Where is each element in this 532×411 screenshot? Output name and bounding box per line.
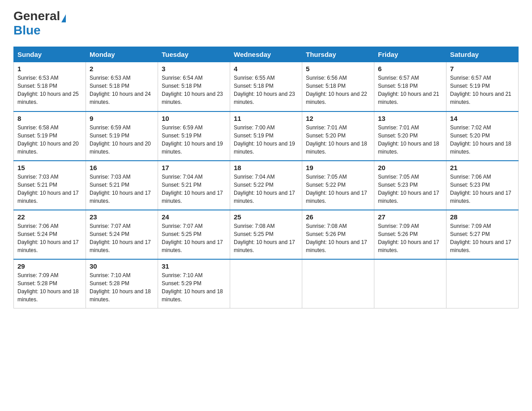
day-number: 9 — [90, 115, 154, 122]
day-number: 7 — [450, 65, 515, 73]
day-info: Sunrise: 6:58 AMSunset: 5:19 PMDaylight:… — [17, 124, 79, 155]
table-row: 15 Sunrise: 7:03 AMSunset: 5:21 PMDaylig… — [14, 161, 86, 210]
table-row: 1 Sunrise: 6:53 AMSunset: 5:18 PMDayligh… — [14, 62, 86, 111]
day-info: Sunrise: 7:07 AMSunset: 5:24 PMDaylight:… — [90, 223, 151, 253]
day-info: Sunrise: 7:01 AMSunset: 5:20 PMDaylight:… — [306, 124, 367, 155]
day-number: 15 — [17, 164, 82, 171]
col-saturday: Saturday — [446, 47, 519, 62]
col-monday: Monday — [86, 47, 158, 62]
calendar-week-row: 22 Sunrise: 7:06 AMSunset: 5:24 PMDaylig… — [14, 210, 519, 259]
calendar-week-row: 15 Sunrise: 7:03 AMSunset: 5:21 PMDaylig… — [14, 161, 519, 210]
calendar-week-row: 29 Sunrise: 7:09 AMSunset: 5:28 PMDaylig… — [14, 259, 519, 308]
table-row: 18 Sunrise: 7:04 AMSunset: 5:22 PMDaylig… — [230, 161, 302, 210]
day-number: 29 — [17, 262, 82, 270]
table-row: 20 Sunrise: 7:05 AMSunset: 5:23 PMDaylig… — [374, 161, 446, 210]
table-row: 25 Sunrise: 7:08 AMSunset: 5:25 PMDaylig… — [230, 210, 302, 259]
col-tuesday: Tuesday — [158, 47, 230, 62]
table-row: 24 Sunrise: 7:07 AMSunset: 5:25 PMDaylig… — [158, 210, 230, 259]
day-number: 11 — [234, 115, 298, 122]
day-number: 26 — [306, 213, 370, 221]
day-number: 19 — [306, 164, 370, 171]
calendar-table: Sunday Monday Tuesday Wednesday Thursday… — [13, 47, 519, 308]
day-info: Sunrise: 7:04 AMSunset: 5:21 PMDaylight:… — [162, 174, 223, 204]
table-row — [446, 259, 519, 308]
day-number: 27 — [378, 213, 442, 221]
table-row: 16 Sunrise: 7:03 AMSunset: 5:21 PMDaylig… — [86, 161, 158, 210]
day-info: Sunrise: 7:00 AMSunset: 5:19 PMDaylight:… — [234, 124, 295, 155]
day-number: 28 — [450, 213, 515, 221]
day-info: Sunrise: 7:08 AMSunset: 5:25 PMDaylight:… — [234, 223, 295, 253]
col-sunday: Sunday — [14, 47, 86, 62]
day-info: Sunrise: 6:54 AMSunset: 5:18 PMDaylight:… — [162, 75, 223, 105]
day-number: 3 — [162, 65, 226, 73]
table-row: 22 Sunrise: 7:06 AMSunset: 5:24 PMDaylig… — [14, 210, 86, 259]
col-wednesday: Wednesday — [230, 47, 302, 62]
day-info: Sunrise: 6:56 AMSunset: 5:18 PMDaylight:… — [306, 75, 367, 105]
table-row: 4 Sunrise: 6:55 AMSunset: 5:18 PMDayligh… — [230, 62, 302, 111]
day-info: Sunrise: 6:57 AMSunset: 5:19 PMDaylight:… — [450, 75, 511, 105]
table-row: 8 Sunrise: 6:58 AMSunset: 5:19 PMDayligh… — [14, 111, 86, 161]
logo-triangle-icon — [61, 14, 66, 22]
day-number: 14 — [450, 115, 515, 122]
table-row: 11 Sunrise: 7:00 AMSunset: 5:19 PMDaylig… — [230, 111, 302, 161]
day-info: Sunrise: 7:10 AMSunset: 5:28 PMDaylight:… — [90, 272, 151, 303]
table-row — [230, 259, 302, 308]
table-row: 13 Sunrise: 7:01 AMSunset: 5:20 PMDaylig… — [374, 111, 446, 161]
calendar-header-row: Sunday Monday Tuesday Wednesday Thursday… — [14, 47, 519, 62]
day-info: Sunrise: 6:55 AMSunset: 5:18 PMDaylight:… — [234, 75, 295, 105]
day-number: 12 — [306, 115, 370, 122]
day-number: 20 — [378, 164, 442, 171]
table-row: 10 Sunrise: 6:59 AMSunset: 5:19 PMDaylig… — [158, 111, 230, 161]
day-info: Sunrise: 7:01 AMSunset: 5:20 PMDaylight:… — [378, 124, 439, 155]
day-info: Sunrise: 6:53 AMSunset: 5:18 PMDaylight:… — [90, 75, 151, 105]
logo-blue-text: Blue — [13, 23, 41, 37]
day-info: Sunrise: 7:10 AMSunset: 5:29 PMDaylight:… — [162, 272, 223, 303]
logo: General Blue — [13, 9, 66, 38]
day-number: 16 — [90, 164, 154, 171]
day-info: Sunrise: 6:57 AMSunset: 5:18 PMDaylight:… — [378, 75, 439, 105]
day-info: Sunrise: 7:05 AMSunset: 5:22 PMDaylight:… — [306, 174, 367, 204]
table-row: 7 Sunrise: 6:57 AMSunset: 5:19 PMDayligh… — [446, 62, 519, 111]
day-number: 25 — [234, 213, 298, 221]
table-row: 23 Sunrise: 7:07 AMSunset: 5:24 PMDaylig… — [86, 210, 158, 259]
day-number: 31 — [162, 262, 226, 270]
col-friday: Friday — [374, 47, 446, 62]
table-row: 2 Sunrise: 6:53 AMSunset: 5:18 PMDayligh… — [86, 62, 158, 111]
day-number: 2 — [90, 65, 154, 73]
day-info: Sunrise: 6:59 AMSunset: 5:19 PMDaylight:… — [90, 124, 151, 155]
table-row: 27 Sunrise: 7:09 AMSunset: 5:26 PMDaylig… — [374, 210, 446, 259]
calendar-week-row: 8 Sunrise: 6:58 AMSunset: 5:19 PMDayligh… — [14, 111, 519, 161]
day-info: Sunrise: 7:05 AMSunset: 5:23 PMDaylight:… — [378, 174, 439, 204]
table-row: 21 Sunrise: 7:06 AMSunset: 5:23 PMDaylig… — [446, 161, 519, 210]
day-info: Sunrise: 6:59 AMSunset: 5:19 PMDaylight:… — [162, 124, 223, 155]
day-info: Sunrise: 7:09 AMSunset: 5:27 PMDaylight:… — [450, 223, 511, 253]
day-info: Sunrise: 7:03 AMSunset: 5:21 PMDaylight:… — [17, 174, 79, 204]
table-row — [302, 259, 374, 308]
table-row: 29 Sunrise: 7:09 AMSunset: 5:28 PMDaylig… — [14, 259, 86, 308]
day-number: 10 — [162, 115, 226, 122]
day-info: Sunrise: 7:03 AMSunset: 5:21 PMDaylight:… — [90, 174, 151, 204]
table-row: 3 Sunrise: 6:54 AMSunset: 5:18 PMDayligh… — [158, 62, 230, 111]
table-row: 14 Sunrise: 7:02 AMSunset: 5:20 PMDaylig… — [446, 111, 519, 161]
day-number: 1 — [17, 65, 82, 73]
day-info: Sunrise: 7:06 AMSunset: 5:24 PMDaylight:… — [17, 223, 79, 253]
day-number: 4 — [234, 65, 298, 73]
table-row: 26 Sunrise: 7:08 AMSunset: 5:26 PMDaylig… — [302, 210, 374, 259]
day-info: Sunrise: 7:04 AMSunset: 5:22 PMDaylight:… — [234, 174, 295, 204]
calendar-week-row: 1 Sunrise: 6:53 AMSunset: 5:18 PMDayligh… — [14, 62, 519, 111]
table-row: 6 Sunrise: 6:57 AMSunset: 5:18 PMDayligh… — [374, 62, 446, 111]
day-info: Sunrise: 7:08 AMSunset: 5:26 PMDaylight:… — [306, 223, 367, 253]
day-number: 18 — [234, 164, 298, 171]
day-number: 22 — [17, 213, 82, 221]
day-number: 13 — [378, 115, 442, 122]
table-row: 31 Sunrise: 7:10 AMSunset: 5:29 PMDaylig… — [158, 259, 230, 308]
day-info: Sunrise: 7:09 AMSunset: 5:28 PMDaylight:… — [17, 272, 79, 303]
day-info: Sunrise: 6:53 AMSunset: 5:18 PMDaylight:… — [17, 75, 79, 105]
day-number: 21 — [450, 164, 515, 171]
day-number: 24 — [162, 213, 226, 221]
page-header: General Blue — [13, 9, 519, 38]
day-info: Sunrise: 7:09 AMSunset: 5:26 PMDaylight:… — [378, 223, 439, 253]
day-info: Sunrise: 7:07 AMSunset: 5:25 PMDaylight:… — [162, 223, 223, 253]
day-number: 8 — [17, 115, 82, 122]
table-row — [374, 259, 446, 308]
